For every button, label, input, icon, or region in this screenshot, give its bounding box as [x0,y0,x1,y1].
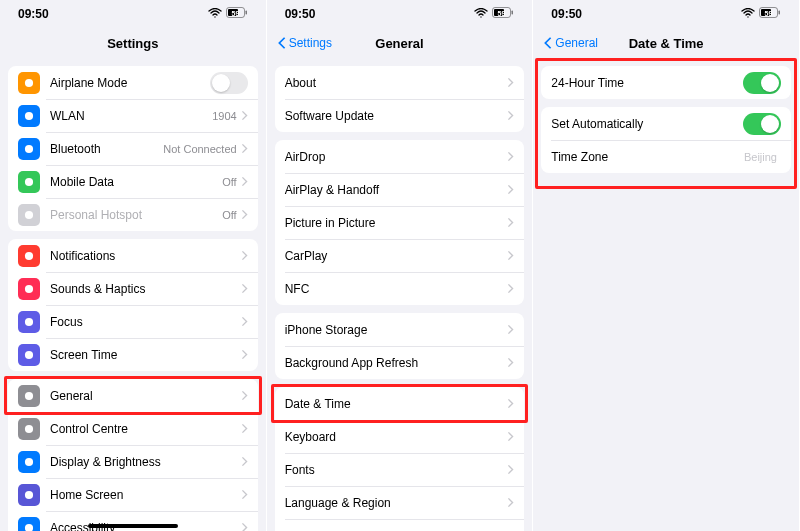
back-button[interactable]: Settings [277,36,332,50]
svg-point-6 [25,144,33,152]
row-24-hour-time[interactable]: 24-Hour Time [541,66,791,99]
row-label: Set Automatically [551,117,743,131]
svg-rect-28 [778,11,780,15]
row-picture-in-picture[interactable]: Picture in Picture [275,206,525,239]
chevron-right-icon [507,280,514,298]
content-scroll[interactable]: Airplane ModeWLAN1904BluetoothNot Connec… [0,58,266,531]
chevron-right-icon [241,486,248,504]
row-accessibility[interactable]: Accessibility [8,511,258,531]
status-bar: 09:50 59 [533,0,799,28]
row-time-zone[interactable]: Time ZoneBeijing [541,140,791,173]
chevron-right-icon [241,107,248,125]
settings-group: GeneralControl CentreDisplay & Brightnes… [8,379,258,531]
svg-text:59: 59 [765,10,773,17]
row-bluetooth[interactable]: BluetoothNot Connected [8,132,258,165]
battery-icon: 59 [759,7,781,21]
row-general[interactable]: General [8,379,258,412]
row-airplane-mode[interactable]: Airplane Mode [8,66,258,99]
row-value: Off [222,209,236,221]
row-carplay[interactable]: CarPlay [275,239,525,272]
toggle-switch[interactable] [210,72,248,94]
row-iphone-storage[interactable]: iPhone Storage [275,313,525,346]
page-title: General [375,36,423,51]
row-label: Notifications [50,249,241,263]
page-title: Date & Time [629,36,704,51]
row-wlan[interactable]: WLAN1904 [8,99,258,132]
row-personal-hotspot[interactable]: Personal HotspotOff [8,198,258,231]
row-label: Personal Hotspot [50,208,222,222]
row-dictionary[interactable]: Dictionary [275,519,525,531]
svg-point-8 [25,210,33,218]
chevron-right-icon [507,247,514,265]
chevron-right-icon [241,206,248,224]
airplane-icon [18,72,40,94]
row-set-automatically[interactable]: Set Automatically [541,107,791,140]
chevron-right-icon [507,395,514,413]
back-label: General [555,36,598,50]
settings-group: 24-Hour Time [541,66,791,99]
row-label: 24-Hour Time [551,76,743,90]
row-home-screen[interactable]: Home Screen [8,478,258,511]
page-title: Settings [107,36,158,51]
row-language-region[interactable]: Language & Region [275,486,525,519]
row-sounds-haptics[interactable]: Sounds & Haptics [8,272,258,305]
row-background-app-refresh[interactable]: Background App Refresh [275,346,525,379]
navbar: Settings [0,28,266,58]
chevron-right-icon [241,173,248,191]
row-focus[interactable]: Focus [8,305,258,338]
row-label: Software Update [285,109,508,123]
content-scroll[interactable]: AboutSoftware UpdateAirDropAirPlay & Han… [267,58,533,531]
chevron-right-icon [241,519,248,532]
status-time: 09:50 [551,7,582,21]
settings-group: Airplane ModeWLAN1904BluetoothNot Connec… [8,66,258,231]
row-label: Airplane Mode [50,76,210,90]
chevron-right-icon [241,280,248,298]
row-label: Bluetooth [50,142,163,156]
grid-icon [18,484,40,506]
row-label: General [50,389,241,403]
row-control-centre[interactable]: Control Centre [8,412,258,445]
speaker-icon [18,278,40,300]
hourglass-icon [18,344,40,366]
settings-group: AirDropAirPlay & HandoffPicture in Pictu… [275,140,525,305]
battery-icon: 59 [226,7,248,21]
settings-group: NotificationsSounds & HapticsFocusScreen… [8,239,258,371]
toggle-switch[interactable] [743,113,781,135]
settings-group: iPhone StorageBackground App Refresh [275,313,525,379]
row-label: Language & Region [285,496,508,510]
row-airdrop[interactable]: AirDrop [275,140,525,173]
settings-group: AboutSoftware Update [275,66,525,132]
row-label: Date & Time [285,397,508,411]
row-nfc[interactable]: NFC [275,272,525,305]
back-button[interactable]: General [543,36,598,50]
row-notifications[interactable]: Notifications [8,239,258,272]
svg-point-14 [25,424,33,432]
row-mobile-data[interactable]: Mobile DataOff [8,165,258,198]
row-label: About [285,76,508,90]
row-label: iPhone Storage [285,323,508,337]
content-scroll[interactable]: 24-Hour TimeSet AutomaticallyTime ZoneBe… [533,58,799,531]
status-bar: 09:50 59 [267,0,533,28]
settings-group: Date & TimeKeyboardFontsLanguage & Regio… [275,387,525,531]
row-keyboard[interactable]: Keyboard [275,420,525,453]
row-date-time[interactable]: Date & Time [275,387,525,420]
gear-icon [18,385,40,407]
bluetooth-icon [18,138,40,160]
row-about[interactable]: About [275,66,525,99]
chevron-right-icon [507,181,514,199]
row-screen-time[interactable]: Screen Time [8,338,258,371]
row-fonts[interactable]: Fonts [275,453,525,486]
wifi-icon [18,105,40,127]
antenna-icon [18,171,40,193]
toggle-switch[interactable] [743,72,781,94]
row-display-brightness[interactable]: Display & Brightness [8,445,258,478]
row-label: Control Centre [50,422,241,436]
chevron-right-icon [241,453,248,471]
hotspot-icon [18,204,40,226]
svg-text:59: 59 [498,10,506,17]
row-software-update[interactable]: Software Update [275,99,525,132]
row-label: Display & Brightness [50,455,241,469]
row-label: Keyboard [285,430,508,444]
row-airplay-handoff[interactable]: AirPlay & Handoff [275,173,525,206]
row-value: 1904 [212,110,236,122]
